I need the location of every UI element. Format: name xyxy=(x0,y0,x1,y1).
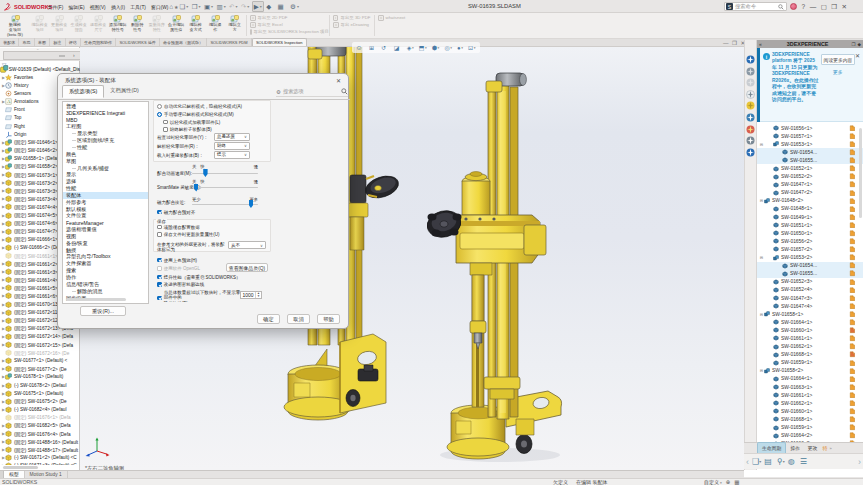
toolbox-icon[interactable] xyxy=(746,101,755,110)
feature-tree-item[interactable]: ▶ A (-) SW-01682<4> (Defaul xyxy=(0,405,80,413)
help-button[interactable]: 帮助 xyxy=(317,314,340,324)
component-lifecycle-icon[interactable]: ❑▾ xyxy=(752,457,761,466)
session-tree-item[interactable]: ⊟ SW-01663<1> xyxy=(757,383,863,391)
session-tree-item[interactable]: ⊟ SW-01653<2> xyxy=(757,254,863,262)
ribbon-stack-item[interactable]: 导出至 2D PDF xyxy=(250,15,326,21)
command-search-box[interactable]: S 搜索命令 xyxy=(724,2,787,11)
session-tree-item[interactable]: ⊟ SW-01652<1> xyxy=(757,164,863,172)
ribbon-button[interactable]: 编辑立 方 xyxy=(225,13,245,38)
session-tree-item[interactable]: ⊟ SW-01649<1> xyxy=(757,213,863,221)
tab-overflow-icon[interactable]: » xyxy=(828,444,832,453)
help-icon[interactable]: ? xyxy=(802,3,806,10)
check-hide-edges-threshold[interactable]: 当总体数量超过以下数值时，不显示零部件中的隐藏边线(E) xyxy=(157,290,243,303)
ribbon-button[interactable]: 添加/编辑 特性号 xyxy=(108,13,128,38)
ribbon-button[interactable]: 编辑检查 项目 xyxy=(30,13,50,38)
dialog-close-icon[interactable]: ✕ xyxy=(336,77,341,84)
reset-button[interactable]: 重设(R)... xyxy=(80,306,126,316)
view-settings-icon[interactable]: ⊡▾ xyxy=(468,44,475,51)
feature-tree-item[interactable]: ▶ A (固定) SW-01676<4> (Defa xyxy=(0,430,80,438)
session-tree-item[interactable]: ⊟ SW-01664<2> xyxy=(757,432,863,440)
lifecycle-tab[interactable]: 生命周期 xyxy=(757,442,786,453)
session-tree-item[interactable]: ⊟ SW-01661<1> xyxy=(757,334,863,342)
session-tree-item[interactable]: ⊟ SW-01648<1> xyxy=(757,205,863,213)
whatsnext-button[interactable]: whatsnext xyxy=(378,15,414,21)
check-silhouette-edges[interactable]: 改进的图形轮廓边线 xyxy=(157,282,204,287)
customize-control[interactable]: 自定义 ▾ xyxy=(704,479,722,485)
feature-tree-item[interactable]: ▶ A (固定) SW-01672<16> (De xyxy=(0,349,80,357)
feature-tree-item[interactable]: ▶ A (固定) SW-01677<2> (De xyxy=(0,365,80,373)
print-icon[interactable]: ▥▾ xyxy=(215,1,227,12)
rebuild-icon[interactable]: ▶▾ xyxy=(252,1,264,12)
lifecycle-tab[interactable]: 操作 xyxy=(786,443,804,453)
display-settings-icon[interactable]: ▦▾ xyxy=(276,1,288,12)
feature-tree-item[interactable]: ▶ A SW-01677<1> (Default) < xyxy=(0,357,80,365)
feature-tree-item[interactable]: ▶ A (固定) SW-01675<2> (De xyxy=(0,397,80,405)
web-icon[interactable]: ◍▾ xyxy=(788,457,797,466)
annotation-visibility-icon[interactable]: ◈▾ xyxy=(407,44,414,51)
session-tree-item[interactable]: ⊟ SW-01648<2> xyxy=(757,197,863,205)
design-library-icon[interactable] xyxy=(746,78,755,87)
edit-appearance-icon[interactable]: ●▾ xyxy=(457,45,463,51)
session-tree-item[interactable]: ⊟ SW-01652<4> xyxy=(757,286,863,294)
panel-expand-icon[interactable]: › xyxy=(73,52,75,58)
read-more-button[interactable]: 阅读更多内容 xyxy=(821,54,855,65)
session-tree-item[interactable]: ⊟ SW-01650<1> xyxy=(757,229,863,237)
ribbon-button[interactable]: 生成检查 报告 xyxy=(69,13,89,38)
save-icon[interactable]: ▣▾ xyxy=(203,1,215,12)
ribbon-button[interactable]: 编辑检 查方式 xyxy=(186,13,206,38)
radio-auto-optimize[interactable]: 自动优化已解析模式，隐藏轻化模式(A) xyxy=(157,104,242,109)
feature-tree-item[interactable]: ▶ A (固定) SW-01676<1> (Defa xyxy=(0,413,80,421)
grid-icon[interactable]: ▦ xyxy=(734,479,739,485)
feature-tree-item[interactable]: ▶ A SW-01678<1> (Default) xyxy=(0,373,80,381)
options-category-item[interactable]: 文件位置 xyxy=(63,213,148,220)
session-tree-item[interactable]: ⊟ SW-01654... xyxy=(757,148,863,156)
more-tabs-icon[interactable]: 特 xyxy=(821,443,828,453)
session-tree-item[interactable]: ⊟ SW-01668<1> xyxy=(757,415,863,423)
feature-tree-item[interactable]: ▶ A (-) SW-01671<3> (Default) <C xyxy=(0,462,80,465)
session-tree-item[interactable]: ⊟ SW-01662<1> xyxy=(757,399,863,407)
commandmanager-tab[interactable]: SOLIDWORKS PDM xyxy=(207,38,252,46)
session-tree-item[interactable]: ⊟ SW-01652<2> xyxy=(757,173,863,181)
feature-tree-item[interactable]: ▶ A (固定) SW-01488<17> (Default xyxy=(0,446,80,454)
new-file-icon[interactable]: ❏▾ xyxy=(178,1,189,12)
session-tree-item[interactable]: ⊟ SW-01653<1> xyxy=(757,140,863,148)
collapse-pane-icon[interactable]: « xyxy=(759,41,762,47)
commandmanager-tab[interactable]: 命令预测器（测试版） xyxy=(160,38,207,46)
check-purge-config-data[interactable]: 清除缓存配置数据 xyxy=(157,225,200,230)
ribbon-stack-item[interactable]: 导出至 Excel xyxy=(250,22,326,28)
hide-show-icon[interactable]: ◎▾ xyxy=(444,44,452,51)
more-link[interactable]: 更多 xyxy=(833,69,843,75)
options-category-item[interactable]: 信息/错误/警告 xyxy=(63,281,148,288)
search-icon[interactable] xyxy=(778,4,784,10)
list-icon[interactable]: ☰▾ xyxy=(800,457,809,466)
options-search-icon[interactable] xyxy=(341,88,348,95)
check-resolve-subassemblies[interactable]: 始终解析子装配体(B) xyxy=(163,127,212,132)
session-tree-item[interactable]: ⊟ SW-01662<1> xyxy=(757,343,863,351)
menu-item[interactable]: 编辑(E) xyxy=(66,4,87,10)
session-tree-item[interactable]: ⊟ SW-01656<1> xyxy=(757,124,863,132)
radio-manual-manage[interactable]: 手动管理已解析模式和轻化模式(M) xyxy=(157,112,234,117)
check-magnetic-prealign[interactable]: 磁力配合预对齐 xyxy=(157,210,195,215)
ribbon-button[interactable]: 删除特 性号 xyxy=(128,13,148,38)
ribbon-button[interactable]: 合并编辑 属性值 xyxy=(167,13,187,38)
appearances-icon[interactable] xyxy=(746,125,755,134)
close-icon[interactable]: ✕ xyxy=(842,3,847,11)
session-tree-item[interactable]: ⊟ SW-01655... xyxy=(757,270,863,278)
check-load-lightweight[interactable]: 以轻化模式加载零部件(L) xyxy=(163,120,220,125)
lifecycle-tab[interactable]: 更改 xyxy=(804,443,822,453)
user-avatar[interactable] xyxy=(790,3,797,10)
ribbon-stack-item[interactable]: 导出 eDrawing xyxy=(333,22,371,28)
dropdown-resolve-lightweight[interactable]: 始终∨ xyxy=(214,142,250,150)
options-search-box[interactable]: ⚙ 搜索选项 xyxy=(276,87,348,97)
doc-restore-icon[interactable]: ❐ xyxy=(732,40,737,46)
session-tree-item[interactable]: ⊟ SW-01658<1> xyxy=(757,310,863,318)
ribbon-button[interactable]: 更新检查 项目 xyxy=(50,13,70,38)
commandmanager-tab[interactable]: 草图 xyxy=(35,38,50,46)
session-tree-item[interactable]: ⊟ SW-01647<3> xyxy=(757,294,863,302)
zoom-fit-icon[interactable]: ⊙▾ xyxy=(357,44,364,51)
threshold-spinbox[interactable]: 1000▲▼ xyxy=(240,291,262,299)
commandmanager-tab[interactable]: 评估 xyxy=(66,38,81,46)
commandmanager-tab[interactable]: 生命周期和协作 xyxy=(81,38,116,46)
session-tree-item[interactable]: ⊟ SW-01656<2> xyxy=(757,237,863,245)
options-search-input[interactable]: 搜索选项 xyxy=(283,88,341,95)
